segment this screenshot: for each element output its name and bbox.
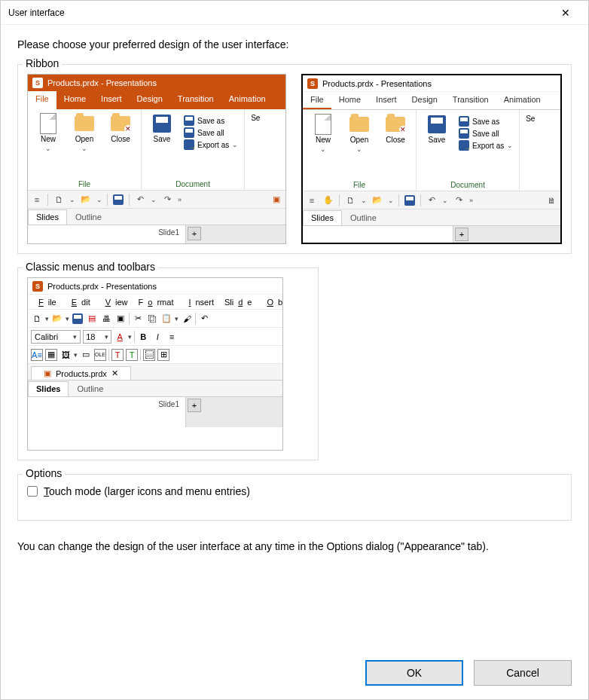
preview1-qat: ≡ 🗋⌄ 📂⌄ ↶⌄ ↷» ▣ — [28, 191, 285, 209]
overflow-label: Se — [523, 115, 538, 123]
save-icon — [112, 194, 124, 206]
save-all-icon — [184, 127, 194, 138]
cancel-button[interactable]: Cancel — [474, 660, 572, 686]
classic-legend: Classic menus and toolbars — [23, 261, 158, 273]
tab-insert: Insert — [368, 92, 404, 109]
list-icon: ≡ — [166, 331, 178, 343]
corner-handle-icon: + — [455, 228, 468, 241]
undo-icon: ↶ — [426, 194, 438, 206]
app-icon: S — [307, 78, 318, 89]
tab-transition: Transition — [445, 92, 496, 109]
menu-edit: Edit — [63, 296, 95, 308]
save-icon — [404, 194, 416, 206]
doc-badge-icon: 🗎 — [545, 194, 557, 206]
classic-toolbar3: A≡ ▦ 🖼▾ ▭ OLE T T ⿳ ⊞ — [28, 346, 282, 364]
preview1-ribbon: New ⌄ Open ⌄ Close — [28, 109, 285, 191]
close-button: Close — [378, 115, 413, 144]
redo-icon: ↷ — [161, 194, 173, 206]
preview1-docarea: Slide1 + — [28, 225, 285, 244]
export-icon — [184, 139, 194, 150]
chevron-down-icon: ⌄ — [81, 145, 87, 152]
export-icon — [459, 140, 469, 151]
print-icon: 🖶 — [100, 313, 112, 325]
chevron-down-icon: ⌄ — [356, 145, 362, 153]
classic-preview[interactable]: S Products.prdx - Presentations File Edi… — [27, 277, 283, 451]
save-as-icon — [184, 115, 194, 126]
group-document: Save Save as Save all Export as ⌄ Docume… — [142, 109, 245, 190]
app-badge-icon: ▣ — [270, 194, 282, 206]
prompt-text: Please choose your preferred design of t… — [17, 38, 572, 50]
group-file: New⌄ Open⌄ Close File — [303, 110, 417, 191]
chevron-down-icon: ⌄ — [232, 141, 238, 148]
preview2-titlebar: S Products.prdx - Presentations — [303, 75, 560, 92]
new-button: New⌄ — [306, 115, 340, 153]
ribbon-fieldset: Ribbon S Products.prdx - Presentations F… — [17, 64, 572, 254]
dialog-content: Please choose your preferred design of t… — [1, 25, 588, 699]
tab-transition: Transition — [170, 91, 221, 109]
corner-handle-icon: + — [188, 399, 201, 412]
new-icon: 🗋 — [53, 194, 65, 206]
save-icon — [428, 115, 446, 133]
preview1-panel-tabs: Slides Outline — [28, 209, 285, 225]
tab-file: File — [28, 91, 56, 109]
touch-mode-input[interactable] — [27, 486, 38, 497]
close-icon[interactable]: ✕ — [551, 7, 581, 19]
group-file: New ⌄ Open ⌄ Close — [28, 109, 142, 190]
export-as-button: Export as ⌄ — [459, 140, 513, 151]
chevron-down-icon: ⌄ — [507, 142, 513, 149]
preview2-panel-tabs: Slides Outline — [303, 209, 560, 226]
classic-titlebar: S Products.prdx - Presentations — [28, 278, 282, 295]
doc-icon: ▣ — [44, 368, 51, 378]
group-overflow: Se — [245, 109, 285, 190]
save-as-icon — [459, 116, 469, 127]
preview1-title: Products.prdx - Presentations — [47, 78, 157, 87]
new-file-icon — [315, 114, 331, 135]
classic-fieldset: Classic menus and toolbars S Products.pr… — [17, 267, 319, 460]
ribbon-orange-preview[interactable]: S Products.prdx - Presentations File Hom… — [27, 74, 286, 244]
dialog-window: User interface ✕ Please choose your pref… — [0, 0, 589, 700]
bold-icon: B — [137, 331, 149, 343]
menu-icon: ≡ — [306, 194, 318, 206]
menu-icon: ≡ — [31, 194, 43, 206]
menu-view: View — [96, 296, 133, 308]
save-icon — [153, 115, 171, 133]
slide-panel: Slide1 — [28, 225, 186, 244]
save-as-button: Save as — [459, 116, 513, 127]
ok-button[interactable]: OK — [365, 660, 463, 686]
group-doc-label: Document — [142, 179, 244, 190]
preview1-tabs: File Home Insert Design Transition Anima… — [28, 91, 285, 109]
outline-tab: Outline — [342, 210, 385, 225]
group-doc-label: Document — [417, 179, 519, 191]
folder-open-icon — [349, 117, 369, 132]
brush-icon: 🖌 — [181, 313, 193, 325]
edit-area: + — [186, 397, 282, 427]
menu-file: File — [29, 296, 61, 308]
document-tab: ▣ Products.prdx ✕ — [31, 366, 131, 380]
cut-icon: ✂ — [132, 313, 144, 325]
ribbon-previews: S Products.prdx - Presentations File Hom… — [27, 74, 562, 244]
ole-icon: OLE — [94, 349, 106, 361]
folder-open-icon — [75, 116, 94, 131]
save-button: Save — [145, 114, 179, 143]
ribbon-white-preview[interactable]: S Products.prdx - Presentations File Hom… — [301, 74, 562, 244]
tab-file: File — [303, 92, 331, 109]
group-document: Save Save as Save all Export as ⌄ Docume… — [417, 110, 520, 191]
classic-title: Products.prdx - Presentations — [47, 282, 157, 291]
pdf-icon: ▤ — [86, 313, 98, 325]
table-icon: ▦ — [45, 349, 57, 361]
hint-text: You can change the design of the user in… — [17, 539, 572, 555]
titlebar: User interface ✕ — [1, 1, 588, 25]
classic-panel-tabs: Slides Outline — [28, 381, 282, 397]
overflow-label: Se — [248, 114, 263, 122]
touch-mode-checkbox[interactable]: Touch mode (larger icons and menu entrie… — [27, 485, 562, 497]
tab-insert: Insert — [93, 91, 130, 109]
size-selector: 18▾ — [83, 330, 111, 344]
copy-icon: ⿻ — [146, 313, 158, 325]
edit-area: + — [453, 226, 560, 244]
undo-icon: ↶ — [134, 194, 146, 206]
options-legend: Options — [23, 467, 65, 479]
menu-object: Object — [258, 296, 283, 308]
group-overflow: Se — [520, 110, 560, 191]
corner-handle-icon: + — [188, 227, 201, 240]
grid-icon: ⊞ — [157, 349, 169, 361]
